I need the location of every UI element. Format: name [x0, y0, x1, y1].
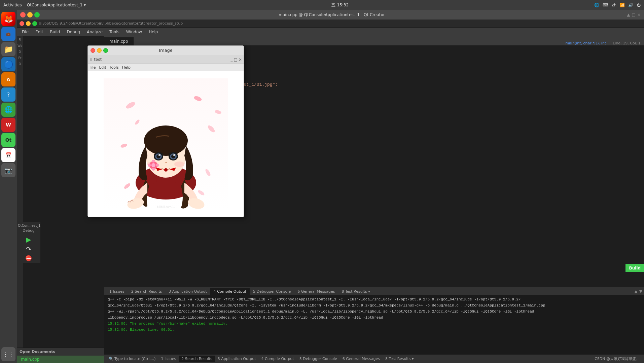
system-bar-center: 五 15:32	[331, 2, 349, 8]
svg-point-22	[174, 161, 184, 167]
dock-apps-grid[interactable]: ⋮⋮	[1, 347, 15, 361]
debug-step-icon[interactable]: ↷	[18, 245, 39, 253]
tab-test-results[interactable]: 8 Test Results ▾	[338, 288, 373, 295]
status-issues[interactable]: 1 Issues	[158, 356, 179, 362]
path-close-btn[interactable]	[20, 21, 24, 26]
line-col: Line: 19, Col: 1	[613, 41, 641, 45]
inner-close-btn[interactable]: ×	[239, 57, 242, 62]
inner-menu-edit[interactable]: Edit	[99, 65, 106, 70]
menu-build[interactable]: Build	[46, 28, 63, 36]
tab-compile-output[interactable]: 4 Compile Output	[210, 288, 250, 295]
window-close-btn[interactable]	[20, 12, 26, 17]
window-min-btn[interactable]	[27, 12, 33, 17]
dock-item-3[interactable]: 🔵	[1, 57, 15, 71]
dock-qt[interactable]: Qt	[1, 133, 15, 147]
tab-general-messages[interactable]: 6 General Messages	[294, 288, 338, 295]
dock-chrome[interactable]: 🌐	[1, 103, 15, 117]
inner-menu-help[interactable]: Help	[122, 65, 131, 70]
dialog-min-btn[interactable]	[97, 48, 102, 53]
status-bar: 🔍 Type to locate (Ctrl,...) 1 Issues 2 S…	[104, 354, 644, 363]
svg-point-24	[151, 163, 155, 167]
menu-edit[interactable]: Edit	[32, 28, 46, 36]
dock-item-6[interactable]: W	[1, 118, 15, 132]
svg-point-28	[156, 164, 159, 167]
win-btn-2[interactable]: □	[632, 12, 636, 17]
dialog-title-text: Image	[159, 48, 173, 53]
inner-menu-tools[interactable]: Tools	[110, 65, 119, 70]
inner-window-icon: ⊞	[90, 58, 92, 61]
tab-app-output[interactable]: 3 Application Output	[165, 288, 210, 295]
svg-point-25	[152, 160, 155, 162]
volume-icon: 🔊	[628, 3, 633, 7]
build-button[interactable]: Build	[625, 264, 644, 272]
language-label[interactable]: zh	[612, 3, 616, 7]
terminal-line-5: 15:32:09: The process "/usr/bin/make" ex…	[108, 321, 641, 326]
path-text: /opt/Qt5.9.2/Tools/QtCreator/bin/../libe…	[43, 21, 183, 26]
svg-text:bilibili.com/...: bilibili.com/...	[157, 206, 175, 209]
dock-calendar[interactable]: 📅	[1, 148, 15, 162]
svg-point-8	[197, 189, 205, 196]
terminal-header: 1 Issues 2 Search Results 3 Application …	[104, 288, 644, 295]
dock: 🦊 💼 📁 🔵 A ? 🌐 W Qt 📅 📷 ⋮⋮	[0, 10, 17, 363]
menu-analyze[interactable]: Analyze	[83, 28, 106, 36]
dock-item-4[interactable]: A	[1, 72, 15, 86]
svg-point-2	[207, 124, 216, 134]
debug-section: QtCon...est_1 Debug ▶ ↷ ⛔	[17, 222, 40, 263]
status-compile-output[interactable]: 4 Compile Output	[258, 356, 296, 362]
path-min-btn[interactable]	[26, 21, 31, 26]
status-test-results[interactable]: 8 Test Results ▾	[383, 356, 416, 362]
tab-main-cpp[interactable]: main.cpp	[104, 37, 134, 45]
dialog-max-btn[interactable]	[103, 48, 108, 53]
tab-issues[interactable]: 1 Issues	[106, 288, 128, 295]
dialog-close-buttons	[91, 48, 108, 53]
rail-icon-5: D	[19, 62, 21, 66]
window-title: main.cpp @ QtConsoleApplicationtest_1 - …	[40, 12, 624, 17]
debug-run-icon[interactable]: ▶	[18, 235, 39, 244]
locate-search[interactable]: 🔍 Type to locate (Ctrl,...)	[106, 356, 158, 362]
terminal-scroll-down[interactable]: ▼	[639, 289, 642, 294]
system-time: 15:32	[337, 3, 349, 7]
menu-file[interactable]: File	[19, 28, 32, 36]
terminal-body[interactable]: g++ -c -pipe -O2 -std=gnu++11 -Wall -W -…	[104, 295, 644, 354]
win-btn-1[interactable]: ▲	[627, 12, 630, 17]
chrome-icon: 🌐	[594, 3, 599, 7]
terminal-line-2: gcc_64/include/QtGui -I/opt/Qt5.9.2/5.9.…	[108, 303, 641, 308]
system-bar-left: Activities QtConsoleApplicationtest_1 ▾	[3, 3, 86, 7]
inner-window: ⊞ test _ □ × File Edit Tools Help	[88, 55, 244, 217]
status-app-output[interactable]: 3 Application Output	[215, 356, 259, 362]
window-max-btn[interactable]	[34, 12, 40, 17]
menu-help[interactable]: Help	[145, 28, 161, 36]
tab-debugger-console[interactable]: 5 Debugger Console	[250, 288, 294, 295]
status-search-results[interactable]: 2 Search Results	[179, 356, 215, 362]
svg-point-6	[214, 110, 222, 115]
menu-tools[interactable]: Tools	[106, 28, 123, 36]
inner-min-btn[interactable]: _	[231, 57, 233, 62]
win-btn-3[interactable]: ✕	[637, 12, 641, 17]
status-general[interactable]: 6 General Messages	[340, 356, 383, 362]
window-title-right: ▲ □ ✕	[624, 12, 641, 17]
dock-help[interactable]: ?	[1, 87, 15, 102]
inner-max-btn[interactable]: □	[234, 57, 238, 62]
dock-firefox[interactable]: 🦊	[1, 12, 15, 26]
app-name-label[interactable]: QtConsoleApplicationtest_1 ▾	[27, 3, 86, 7]
dock-item-2[interactable]: 📁	[1, 42, 15, 56]
inner-menu-file[interactable]: File	[90, 65, 96, 70]
tab-search-results[interactable]: 2 Search Results	[128, 288, 166, 295]
path-max-btn[interactable]	[32, 21, 37, 26]
status-debugger[interactable]: 5 Debugger Console	[297, 356, 340, 362]
debug-stop-icon[interactable]: ⛔	[18, 255, 39, 261]
terminal-line-1: g++ -c -pipe -O2 -std=gnu++11 -Wall -W -…	[108, 297, 641, 302]
menu-debug[interactable]: Debug	[63, 28, 83, 36]
rail-icon-4: Pr	[19, 56, 22, 60]
terminal-scroll-up[interactable]: ▲	[635, 289, 638, 294]
menu-window[interactable]: Window	[123, 28, 145, 36]
open-docs-main-cpp[interactable]: main.cpp	[17, 356, 104, 363]
inner-content-area: bilibili.com/...	[88, 71, 244, 217]
inner-menu: File Edit Tools Help	[88, 64, 244, 71]
dialog-close-btn[interactable]	[91, 48, 95, 53]
dock-item-1[interactable]: 💼	[1, 27, 15, 41]
system-bar: Activities QtConsoleApplicationtest_1 ▾ …	[0, 0, 644, 10]
dock-screenshot[interactable]: 📷	[1, 163, 15, 177]
activities-label[interactable]: Activities	[3, 3, 22, 7]
svg-point-20	[173, 154, 175, 156]
